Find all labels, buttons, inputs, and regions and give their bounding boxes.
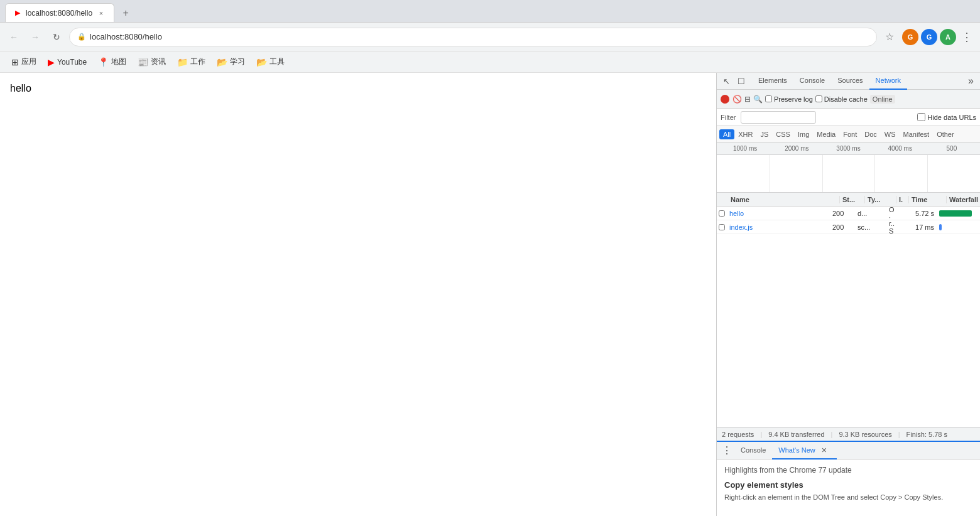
avatar-2: G xyxy=(921,29,937,45)
row-status-hello: 200 xyxy=(830,210,855,217)
hide-data-urls-label[interactable]: Hide data URLs xyxy=(917,113,976,121)
map-icon: 📍 xyxy=(98,57,109,67)
preserve-log-checkbox[interactable] xyxy=(765,95,772,102)
col-header-time[interactable]: Time xyxy=(909,196,947,203)
type-filter-xhr[interactable]: XHR xyxy=(734,129,756,139)
bookmark-work[interactable]: 📁 工作 xyxy=(172,54,210,70)
active-tab[interactable]: ▶ localhost:8080/hello × xyxy=(5,3,114,22)
bottom-drawer: ⋮ Console What's New × Highlights from t… xyxy=(717,441,980,516)
drawer-feature-desc: Right-click an element in the DOM Tree a… xyxy=(724,492,972,503)
online-badge[interactable]: Online xyxy=(870,95,895,104)
drawer-tab-whats-new[interactable]: What's New × xyxy=(772,442,837,460)
devtools-more-button[interactable]: » xyxy=(964,75,977,87)
forward-button[interactable]: → xyxy=(26,28,44,46)
requests-count: 2 requests xyxy=(722,431,754,438)
col-header-waterfall[interactable]: Waterfall xyxy=(947,196,980,203)
tab-elements[interactable]: Elements xyxy=(752,73,793,90)
tab-sources[interactable]: Sources xyxy=(831,73,869,90)
bookmark-map[interactable]: 📍 地图 xyxy=(93,54,131,70)
disable-cache-checkbox[interactable] xyxy=(815,95,822,102)
tab-close-button[interactable]: × xyxy=(96,8,106,18)
type-filter-font[interactable]: Font xyxy=(839,129,861,139)
type-filter-js[interactable]: JS xyxy=(756,129,772,139)
search-button[interactable]: 🔍 xyxy=(753,95,763,104)
col-header-status[interactable]: St... xyxy=(840,196,865,203)
drawer-tab-console[interactable]: Console xyxy=(734,442,772,460)
type-filter-ws[interactable]: WS xyxy=(881,129,900,139)
address-bar: ← → ↻ 🔒 localhost:8080/hello ☆ G G A ⋮ xyxy=(0,23,980,51)
bookmark-youtube-label: YouTube xyxy=(57,58,87,67)
row-status-indexjs: 200 xyxy=(830,223,855,231)
table-row[interactable]: hello 200 d... O · 5.72 s xyxy=(717,207,980,220)
address-input-wrap[interactable]: 🔒 localhost:8080/hello xyxy=(69,28,877,46)
page-hello-text: hello xyxy=(10,83,31,94)
network-toolbar: 🚫 ⊟ 🔍 Preserve log Disable cache Online xyxy=(717,90,980,109)
row-waterfall-indexjs xyxy=(937,220,980,234)
filter-input[interactable] xyxy=(741,111,816,124)
devtools-tab-bar: ↖ ☐ Elements Console Sources Network » xyxy=(717,73,980,90)
record-button[interactable] xyxy=(721,95,729,104)
avatar-3: A xyxy=(940,29,956,45)
back-button[interactable]: ← xyxy=(5,28,23,46)
type-filter-other[interactable]: Other xyxy=(933,129,958,139)
device-toolbar-button[interactable]: ☐ xyxy=(734,74,748,88)
grid-line-3 xyxy=(874,155,875,192)
col-header-name[interactable]: Name xyxy=(727,196,840,203)
clear-button[interactable]: 🚫 xyxy=(732,94,742,104)
row-waterfall-hello xyxy=(937,207,980,220)
type-filter-img[interactable]: Img xyxy=(794,129,813,139)
work-folder-icon: 📁 xyxy=(177,57,188,67)
tab-network[interactable]: Network xyxy=(869,73,907,90)
type-filter-media[interactable]: Media xyxy=(813,129,839,139)
table-row[interactable]: index.js 200 sc... r.. S 17 ms xyxy=(717,220,980,234)
type-filter-doc[interactable]: Doc xyxy=(861,129,881,139)
drawer-tab-close-button[interactable]: × xyxy=(818,445,830,455)
waterfall-bar-indexjs xyxy=(939,224,942,230)
bookmark-study[interactable]: 📂 学习 xyxy=(212,54,250,70)
youtube-icon: ▶ xyxy=(15,9,20,17)
row-type-indexjs: sc... xyxy=(855,223,886,231)
grid-line-1 xyxy=(770,155,770,192)
timeline-header: 1000 ms 2000 ms 3000 ms 4000 ms 500 xyxy=(717,142,980,155)
bookmark-news-label: 资讯 xyxy=(151,56,166,67)
row-time-hello: 5.72 s xyxy=(899,210,937,217)
bookmark-tools[interactable]: 📂 工具 xyxy=(251,54,290,70)
tab-console[interactable]: Console xyxy=(793,73,831,90)
type-filter-all[interactable]: All xyxy=(719,129,734,139)
timeline-ruler: 1000 ms 2000 ms 3000 ms 4000 ms 500 xyxy=(717,145,980,152)
inspect-element-button[interactable]: ↖ xyxy=(719,74,733,88)
filter-row: Filter Hide data URLs xyxy=(717,109,980,126)
browser-window: ▶ localhost:8080/hello × + ← → ↻ 🔒 local… xyxy=(0,0,980,516)
type-filter-manifest[interactable]: Manifest xyxy=(900,129,934,139)
bookmark-tools-label: 工具 xyxy=(270,56,285,67)
address-text: localhost:8080/hello xyxy=(90,32,869,41)
grid-line-2 xyxy=(822,155,823,192)
avatar-1: G xyxy=(902,29,918,45)
row-select-hello[interactable] xyxy=(719,210,725,217)
bookmark-youtube[interactable]: ▶ YouTube xyxy=(43,54,92,70)
bookmark-star-icon[interactable]: ☆ xyxy=(881,28,898,46)
waterfall-bar-hello xyxy=(939,210,972,217)
tab-favicon: ▶ xyxy=(13,9,22,18)
row-name-indexjs: index.js xyxy=(727,223,830,231)
row-select-indexjs[interactable] xyxy=(719,224,725,230)
disable-cache-checkbox-label[interactable]: Disable cache xyxy=(815,95,868,103)
hide-data-urls-checkbox[interactable] xyxy=(917,113,925,121)
bookmarks-bar: ⊞ 应用 ▶ YouTube 📍 地图 📰 资讯 📁 工作 📂 学习 📂 工具 xyxy=(0,51,980,73)
col-header-initiator[interactable]: I. xyxy=(896,196,909,203)
bookmark-news[interactable]: 📰 资讯 xyxy=(133,54,171,70)
reload-button[interactable]: ↻ xyxy=(48,28,65,46)
preserve-log-checkbox-label[interactable]: Preserve log xyxy=(765,95,813,103)
row-initiator-hello: O · xyxy=(886,206,899,221)
new-tab-button[interactable]: + xyxy=(117,4,134,22)
browser-menu-button[interactable]: ⋮ xyxy=(959,30,975,44)
row-name-hello: hello xyxy=(727,210,830,217)
filter-icon[interactable]: ⊟ xyxy=(744,95,751,104)
type-filter-css[interactable]: CSS xyxy=(772,129,794,139)
resources-size: 9.3 KB resources xyxy=(839,431,891,438)
table-header: Name St... Ty... I. Time Waterfall xyxy=(717,193,980,207)
drawer-menu-button[interactable]: ⋮ xyxy=(719,444,734,456)
drawer-content: Highlights from the Chrome 77 update Cop… xyxy=(717,460,980,516)
bookmark-apps[interactable]: ⊞ 应用 xyxy=(6,54,41,70)
col-header-type[interactable]: Ty... xyxy=(865,196,896,203)
